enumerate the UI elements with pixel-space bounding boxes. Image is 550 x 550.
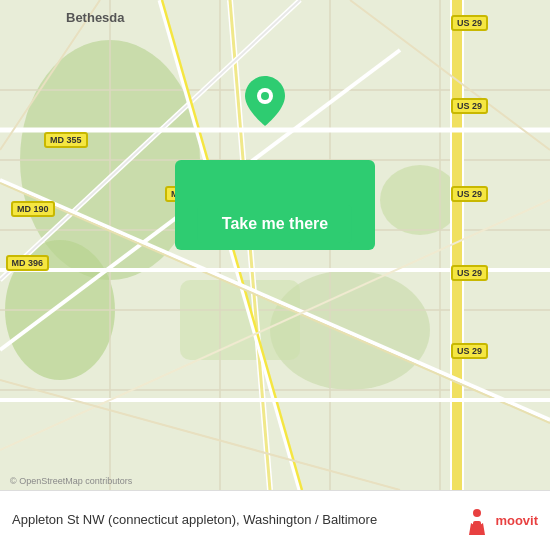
bethesda-label: Bethesda [66,10,125,25]
svg-point-34 [261,92,269,100]
svg-rect-5 [180,280,300,360]
moovit-logo: moovit [463,507,538,535]
take-me-there-button[interactable]: Take me there [198,205,352,243]
bottom-bar: Appleton St NW (connecticut appleton), W… [0,490,550,550]
badge-md190: MD 190 [11,201,55,217]
badge-us29-top: US 29 [451,15,488,31]
location-address: Appleton St NW (connecticut appleton), W… [12,512,377,529]
svg-point-4 [380,165,460,235]
badge-us29-5: US 29 [451,343,488,359]
map-pin [245,76,285,130]
moovit-icon [463,507,491,535]
badge-us29-2: US 29 [451,98,488,114]
moovit-text: moovit [495,514,538,527]
svg-rect-36 [473,521,481,527]
badge-md396: MD 396 [6,255,50,271]
map-attribution: © OpenStreetMap contributors [10,476,132,486]
svg-rect-21 [452,0,462,490]
badge-us29-3: US 29 [451,186,488,202]
map-container: US 29 US 29 US 29 US 29 US 29 MD 355 MD … [0,0,550,490]
badge-us29-4: US 29 [451,265,488,281]
svg-point-35 [473,509,481,517]
badge-md355-left: MD 355 [44,132,88,148]
